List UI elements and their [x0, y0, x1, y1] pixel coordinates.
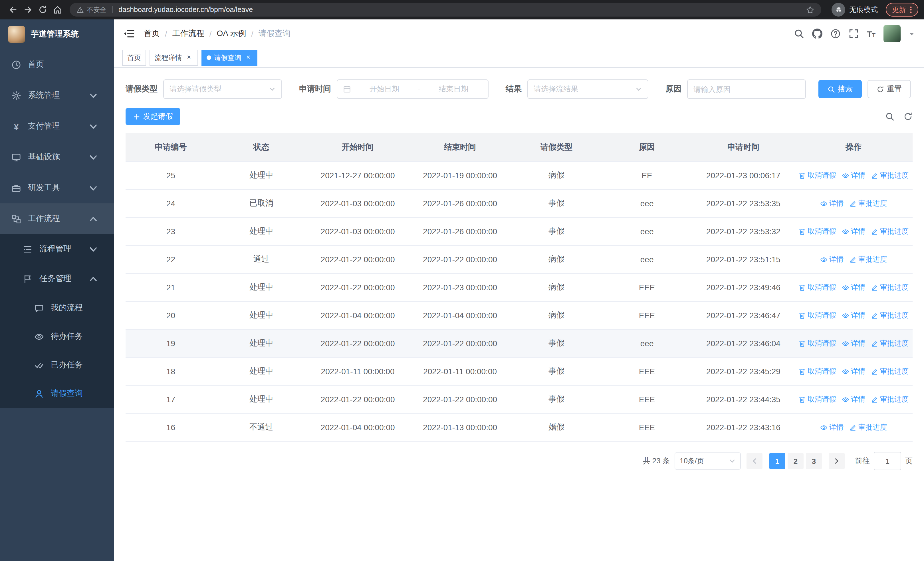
browser-update-button[interactable]: 更新 — [886, 3, 918, 17]
browser-forward-button[interactable] — [21, 2, 35, 17]
caret-down-icon[interactable] — [909, 30, 915, 37]
action-label: 详情 — [829, 199, 843, 208]
cancel-action-link[interactable]: 取消请假 — [798, 310, 836, 320]
detail-action-link[interactable]: 详情 — [842, 170, 865, 180]
progress-action-link[interactable]: 审批进度 — [871, 338, 909, 348]
address-bar[interactable]: 不安全 dashboard.yudao.iocoder.cn/bpm/oa/le… — [70, 3, 821, 17]
prev-page-button[interactable] — [747, 453, 762, 469]
progress-action-link[interactable]: 审批进度 — [849, 423, 887, 432]
breadcrumb-item[interactable]: 工作流程 — [172, 29, 204, 39]
detail-action-link[interactable]: 详情 — [842, 310, 865, 320]
header-search-icon[interactable] — [794, 29, 804, 39]
eye-icon — [842, 368, 849, 375]
page-button-2[interactable]: 2 — [788, 453, 804, 469]
page-size-select[interactable]: 10条/页 — [675, 453, 741, 469]
detail-action-link[interactable]: 详情 — [842, 283, 865, 292]
next-page-button[interactable] — [829, 453, 844, 469]
detail-action-link[interactable]: 详情 — [820, 199, 843, 208]
sidebar-item-done-tasks[interactable]: 已办任务 — [0, 351, 114, 379]
table-row: 19处理中2022-01-22 00:00:002022-01-22 00:00… — [126, 329, 913, 357]
sidebar-item-my-process[interactable]: 我的流程 — [0, 294, 114, 322]
chevron-right-icon — [833, 457, 840, 465]
view-tab-process-detail[interactable]: 流程详情× — [150, 50, 198, 66]
result-select[interactable]: 请选择流结果 — [527, 80, 648, 99]
browser-reload-button[interactable] — [35, 2, 50, 17]
chevron-down-icon — [88, 152, 98, 162]
sidebar-item-system[interactable]: 系统管理 — [0, 80, 114, 111]
cancel-action-link[interactable]: 取消请假 — [798, 367, 836, 376]
detail-action-link[interactable]: 详情 — [842, 227, 865, 236]
detail-action-link[interactable]: 详情 — [820, 423, 843, 432]
sidebar-logo[interactable]: 芋道管理系统 — [0, 20, 114, 49]
cell-id: 23 — [126, 217, 216, 245]
reason-input[interactable] — [687, 80, 806, 99]
cancel-action-link[interactable]: 取消请假 — [798, 338, 836, 348]
cancel-action-link[interactable]: 取消请假 — [798, 283, 836, 292]
sidebar-item-process-mgmt[interactable]: 流程管理 — [0, 234, 114, 264]
page-button-3[interactable]: 3 — [806, 453, 822, 469]
sidebar-item-home[interactable]: 首页 — [0, 49, 114, 80]
fullscreen-icon[interactable] — [848, 29, 859, 39]
detail-action-link[interactable]: 详情 — [842, 394, 865, 404]
sidebar-item-dev-tools[interactable]: 研发工具 — [0, 173, 114, 203]
view-tab-home[interactable]: 首页 — [122, 50, 146, 66]
sidebar-item-payment[interactable]: ¥支付管理 — [0, 111, 114, 142]
browser-home-button[interactable] — [50, 2, 65, 17]
search-button[interactable]: 搜索 — [818, 80, 862, 98]
leave-type-select[interactable]: 请选择请假类型 — [163, 80, 282, 99]
sidebar-item-leave-query[interactable]: 请假查询 — [0, 379, 114, 408]
progress-action-link[interactable]: 审批进度 — [871, 227, 909, 236]
progress-action-link[interactable]: 审批进度 — [871, 170, 909, 180]
cancel-action-link[interactable]: 取消请假 — [798, 227, 836, 236]
sidebar-item-workflow[interactable]: 工作流程 — [0, 203, 114, 234]
sidebar-item-label: 基础设施 — [28, 152, 88, 162]
chevron-down-icon — [88, 244, 98, 254]
detail-action-link[interactable]: 详情 — [842, 367, 865, 376]
apply-time-range-picker[interactable]: 开始日期 - 结束日期 — [337, 80, 489, 99]
user-icon — [34, 389, 44, 399]
sidebar-item-label: 工作流程 — [28, 214, 88, 224]
table-refresh-icon[interactable] — [903, 112, 913, 121]
view-tab-leave-query[interactable]: 请假查询× — [201, 50, 257, 66]
github-icon[interactable] — [812, 29, 822, 39]
cell-id: 17 — [126, 385, 216, 413]
detail-action-link[interactable]: 详情 — [820, 254, 843, 264]
reset-button[interactable]: 重置 — [867, 80, 911, 98]
cell-leave-type: 病假 — [511, 301, 602, 329]
font-size-icon[interactable]: TT — [867, 29, 876, 38]
cancel-action-link[interactable]: 取消请假 — [798, 394, 836, 404]
cancel-action-link[interactable]: 取消请假 — [798, 170, 836, 180]
menu-dots-icon[interactable] — [910, 6, 912, 14]
chevron-down-icon — [269, 86, 276, 93]
progress-action-link[interactable]: 审批进度 — [849, 254, 887, 264]
sidebar-item-todo-tasks[interactable]: 待办任务 — [0, 322, 114, 351]
progress-action-link[interactable]: 审批进度 — [871, 394, 909, 404]
help-icon[interactable] — [830, 29, 840, 39]
progress-action-link[interactable]: 审批进度 — [871, 367, 909, 376]
warning-icon — [76, 6, 84, 14]
security-chip[interactable]: 不安全 — [76, 5, 106, 14]
breadcrumb-item[interactable]: 首页 — [144, 29, 160, 39]
progress-action-link[interactable]: 审批进度 — [871, 283, 909, 292]
breadcrumb-item[interactable]: OA 示例 — [217, 29, 246, 39]
progress-action-link[interactable]: 审批进度 — [849, 199, 887, 208]
result-label: 结果 — [506, 84, 522, 94]
progress-action-link[interactable]: 审批进度 — [871, 310, 909, 320]
close-icon[interactable]: × — [185, 54, 193, 62]
chevron-down-icon — [88, 90, 98, 100]
sidebar-item-task-mgmt[interactable]: 任务管理 — [0, 264, 114, 294]
start-date-placeholder: 开始日期 — [356, 84, 413, 94]
goto-page-input[interactable] — [874, 452, 901, 470]
toggle-search-icon[interactable] — [885, 112, 894, 121]
sidebar-item-infrastructure[interactable]: 基础设施 — [0, 142, 114, 173]
sidebar-collapse-icon[interactable] — [123, 28, 135, 39]
create-leave-button[interactable]: 发起请假 — [126, 108, 180, 125]
cell-actions: 取消请假详情审批进度 — [795, 301, 913, 329]
bookmark-star-icon[interactable] — [806, 5, 814, 14]
detail-action-link[interactable]: 详情 — [842, 338, 865, 348]
breadcrumb-separator: / — [251, 29, 254, 38]
close-icon[interactable]: × — [244, 54, 252, 62]
page-button-1[interactable]: 1 — [770, 453, 785, 469]
user-avatar[interactable] — [884, 25, 901, 42]
browser-back-button[interactable] — [6, 2, 21, 17]
